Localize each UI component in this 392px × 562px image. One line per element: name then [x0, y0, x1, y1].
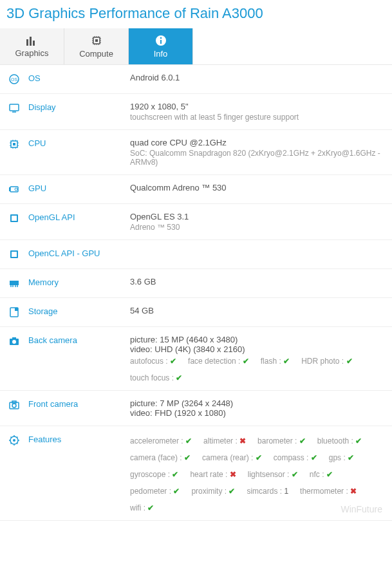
- tabs-bar: Graphics Compute Info: [0, 28, 392, 65]
- spec-label: Storage: [28, 306, 58, 316]
- spec-label: OpenCL API - GPU: [28, 248, 100, 258]
- feature-item: compass : ✔: [274, 453, 317, 462]
- svg-point-18: [160, 37, 162, 39]
- spec-value-main: OpenGL ES 3.1: [130, 212, 386, 221]
- spec-row-cpu: CPU quad core CPU @2.1GHz SoC: Qualcomm …: [0, 130, 392, 175]
- gear-icon: [8, 434, 21, 447]
- display-icon: [8, 102, 21, 115]
- spec-value: 54 GB: [130, 306, 386, 319]
- spec-value-main: quad core CPU @2.1GHz: [130, 138, 386, 147]
- svg-rect-25: [13, 143, 15, 145]
- svg-rect-41: [10, 281, 19, 285]
- spec-label: Features: [28, 434, 61, 444]
- spec-label: Front camera: [28, 398, 78, 409]
- spec-value-line: picture: 15 MP (4640 x 3480): [130, 335, 386, 344]
- page-title: 3D Graphics Performance of Rain A3000: [0, 0, 392, 28]
- spec-value-line: video: UHD (4K) (3840 x 2160): [130, 344, 386, 354]
- spec-row-os: OS OS Android 6.0.1: [0, 65, 392, 94]
- svg-point-49: [12, 340, 16, 344]
- spec-row-storage: Storage 54 GB: [0, 298, 392, 327]
- tab-info[interactable]: Info: [129, 28, 193, 64]
- camera-icon: [8, 335, 21, 348]
- camera-icon: [8, 398, 21, 411]
- spec-value-sub: Adreno ™ 530: [130, 223, 386, 232]
- feature-item: bluetooth : ✔: [317, 436, 362, 445]
- spec-label: Back camera: [28, 335, 77, 345]
- svg-line-61: [17, 443, 18, 444]
- feature-item: barometer : ✔: [257, 436, 306, 445]
- feature-item: camera (rear) : ✔: [202, 453, 262, 462]
- spec-row-backcam: Back camera picture: 15 MP (4640 x 3480)…: [0, 327, 392, 391]
- svg-rect-2: [33, 41, 35, 46]
- spec-value: quad core CPU @2.1GHz SoC: Qualcomm Snap…: [130, 138, 386, 167]
- feature-item: accelerometer : ✔: [130, 436, 192, 445]
- svg-rect-34: [10, 187, 18, 192]
- svg-point-55: [13, 439, 15, 442]
- spec-row-opencl: OpenCL API - GPU: [0, 240, 392, 269]
- feature-item: wifi : ✔: [130, 503, 154, 512]
- info-icon: [155, 35, 167, 46]
- feature-item: altimeter : ✖: [203, 436, 246, 445]
- svg-rect-50: [12, 337, 16, 339]
- tab-label: Info: [154, 49, 168, 59]
- spec-row-frontcam: Front camera picture: 7 MP (3264 x 2448)…: [0, 391, 392, 426]
- spec-value: [130, 248, 386, 261]
- feature-item: lightsensor : ✔: [248, 470, 298, 479]
- feature-item: thermometer : ✖: [300, 487, 357, 496]
- svg-line-62: [11, 443, 12, 444]
- chip-icon: [91, 35, 102, 46]
- spec-row-display: Display 1920 x 1080, 5" touchscreen with…: [0, 94, 392, 130]
- spec-label: Display: [28, 102, 56, 112]
- svg-rect-4: [95, 39, 98, 42]
- svg-text:OS: OS: [11, 77, 17, 82]
- spec-label: OS: [28, 73, 41, 83]
- feature-item: HDR photo : ✔: [301, 357, 352, 366]
- svg-point-52: [12, 404, 16, 407]
- spec-value: 1920 x 1080, 5" touchscreen with at leas…: [130, 102, 386, 122]
- feature-list: autofocus : ✔face detection : ✔flash : ✔…: [130, 357, 386, 382]
- os-icon: OS: [8, 73, 21, 86]
- api-icon: [8, 212, 21, 225]
- svg-rect-47: [15, 308, 18, 311]
- bar-chart-icon: [26, 35, 39, 46]
- spec-label: CPU: [28, 138, 46, 148]
- cpu-icon: [8, 138, 21, 151]
- feature-item: gps : ✔: [329, 453, 354, 462]
- spec-value-sub: touchscreen with at least 5 finger gestu…: [130, 113, 386, 122]
- tab-label: Graphics: [15, 48, 48, 58]
- memory-icon: [8, 277, 21, 290]
- spec-label: OpenGL API: [28, 212, 75, 222]
- feature-item: gyroscope : ✔: [130, 470, 178, 479]
- spec-value: picture: 15 MP (4640 x 3480) video: UHD …: [130, 335, 386, 382]
- feature-item: proximity : ✔: [191, 487, 235, 496]
- spec-value: Qualcomm Adreno ™ 530: [130, 183, 386, 196]
- spec-value-main: 1920 x 1080, 5": [130, 102, 386, 111]
- spec-value: 3.6 GB: [130, 277, 386, 290]
- spec-value: OpenGL ES 3.1 Adreno ™ 530: [130, 212, 386, 232]
- svg-rect-0: [26, 39, 28, 46]
- feature-list: accelerometer : ✔altimeter : ✖barometer …: [130, 436, 386, 512]
- svg-rect-1: [30, 37, 32, 46]
- spec-row-features: Features accelerometer : ✔altimeter : ✖b…: [0, 426, 392, 521]
- feature-item: nfc : ✔: [310, 470, 333, 479]
- tab-graphics[interactable]: Graphics: [0, 28, 64, 64]
- spec-value: accelerometer : ✔altimeter : ✖barometer …: [130, 434, 386, 512]
- spec-row-memory: Memory 3.6 GB: [0, 269, 392, 298]
- svg-rect-19: [160, 40, 162, 44]
- svg-point-35: [15, 188, 17, 191]
- gpu-icon: [8, 183, 21, 196]
- spec-label: GPU: [28, 183, 46, 193]
- spec-value-line: video: FHD (1920 x 1080): [130, 408, 386, 418]
- feature-item: camera (face) : ✔: [130, 453, 191, 462]
- tab-label: Compute: [79, 49, 113, 59]
- spec-label: Memory: [28, 277, 59, 287]
- spec-value-sub: SoC: Qualcomm Snapdragon 820 (2xKryo@2.1…: [130, 149, 386, 167]
- storage-icon: [8, 306, 21, 319]
- svg-line-60: [11, 437, 12, 438]
- feature-item: face detection : ✔: [188, 357, 249, 366]
- svg-line-63: [17, 437, 18, 438]
- svg-rect-22: [10, 104, 19, 111]
- api-icon: [8, 248, 21, 261]
- spec-row-opengl: OpenGL API OpenGL ES 3.1 Adreno ™ 530: [0, 204, 392, 240]
- tab-compute[interactable]: Compute: [64, 28, 129, 64]
